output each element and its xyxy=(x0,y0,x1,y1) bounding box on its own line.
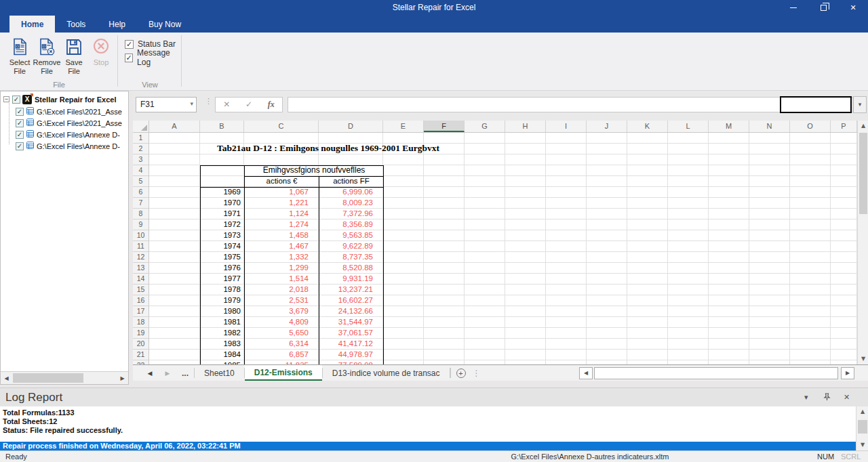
grid-cell-H4[interactable] xyxy=(505,165,546,176)
grid-cell-K12[interactable] xyxy=(627,252,668,263)
grid-cell-J13[interactable] xyxy=(587,263,627,274)
grid-cell-L19[interactable] xyxy=(668,328,709,339)
column-header-D[interactable]: D xyxy=(319,121,383,132)
grid-cell-E17[interactable] xyxy=(383,306,424,317)
grid-cell-J12[interactable] xyxy=(587,252,627,263)
grid-cell-L10[interactable] xyxy=(668,230,709,241)
grid-cell-A17[interactable] xyxy=(149,306,200,317)
grid-cell-E4[interactable] xyxy=(383,165,424,176)
grid-cell-F15[interactable] xyxy=(424,285,465,295)
grid-cell-B13[interactable]: 1976 xyxy=(200,263,244,274)
grid-cell-G4[interactable] xyxy=(465,165,505,176)
grid-cell-L11[interactable] xyxy=(668,241,709,252)
grid-cell-L18[interactable] xyxy=(668,317,709,328)
grid-cell-L7[interactable] xyxy=(668,198,709,209)
grid-cell-O11[interactable] xyxy=(790,241,831,252)
grid-cell-N15[interactable] xyxy=(749,285,790,295)
grid-cell-D6[interactable]: 6,999.06 xyxy=(319,187,383,198)
grid-cell-J3[interactable] xyxy=(587,154,627,165)
grid-cell-J11[interactable] xyxy=(587,241,627,252)
grid-cell-E21[interactable] xyxy=(383,350,424,360)
column-header-N[interactable]: N xyxy=(749,121,790,132)
grid-cell-C5[interactable] xyxy=(244,176,319,187)
grid-cell-L20[interactable] xyxy=(668,339,709,350)
row-header-1[interactable]: 1 xyxy=(133,133,149,144)
grid-cell-G18[interactable] xyxy=(465,317,505,328)
checkbox-checked-icon[interactable]: ✓ xyxy=(12,96,20,104)
grid-cell-G17[interactable] xyxy=(465,306,505,317)
grid-cell-M3[interactable] xyxy=(709,154,749,165)
tree-horizontal-scrollbar[interactable]: ◀ ▶ xyxy=(1,371,128,384)
grid-cell-M12[interactable] xyxy=(709,252,749,263)
grid-cell-F6[interactable] xyxy=(424,187,465,198)
column-header-K[interactable]: K xyxy=(627,121,668,132)
grid-cell-P12[interactable] xyxy=(831,252,857,263)
grid-cell-A12[interactable] xyxy=(149,252,200,263)
grid-cell-A3[interactable] xyxy=(149,154,200,165)
grid-cell-F8[interactable] xyxy=(424,209,465,219)
grid-cell-N2[interactable] xyxy=(749,144,790,154)
grid-cell-D3[interactable] xyxy=(319,154,383,165)
tree-file-item[interactable]: ✓G:\Excel Files\Annexe D- xyxy=(1,129,128,140)
grid-cell-J4[interactable] xyxy=(587,165,627,176)
sheet-more-button[interactable]: ... xyxy=(176,365,194,381)
collapse-icon[interactable]: − xyxy=(3,96,9,102)
grid-cell-J6[interactable] xyxy=(587,187,627,198)
grid-cell-M18[interactable] xyxy=(709,317,749,328)
grid-cell-E15[interactable] xyxy=(383,285,424,295)
grid-cell-K13[interactable] xyxy=(627,263,668,274)
grid-cell-N10[interactable] xyxy=(749,230,790,241)
grid-cell-E1[interactable] xyxy=(383,133,424,144)
grid-cell-N18[interactable] xyxy=(749,317,790,328)
grid-cell-F19[interactable] xyxy=(424,328,465,339)
grid-cell-C16[interactable]: 2,531 xyxy=(244,295,319,306)
scroll-left-icon[interactable]: ◀ xyxy=(579,367,593,379)
formula-bar-handle[interactable]: ⋮ xyxy=(205,99,212,103)
grid-cell-G21[interactable] xyxy=(465,350,505,360)
grid-cell-I1[interactable] xyxy=(546,133,587,144)
grid-cell-G1[interactable] xyxy=(465,133,505,144)
row-header-2[interactable]: 2 xyxy=(133,144,149,154)
grid-cell-H9[interactable] xyxy=(505,219,546,230)
row-header-13[interactable]: 13 xyxy=(133,263,149,274)
scrollbar-thumb[interactable] xyxy=(13,373,83,383)
grid-cell-L12[interactable] xyxy=(668,252,709,263)
save-file-button[interactable]: Save File xyxy=(60,37,88,76)
grid-cell-B10[interactable]: 1973 xyxy=(200,230,244,241)
grid-cell-D12[interactable]: 8,737.35 xyxy=(319,252,383,263)
grid-cell-D14[interactable]: 9,931.19 xyxy=(319,274,383,285)
grid-cell-E18[interactable] xyxy=(383,317,424,328)
grid-cell-K8[interactable] xyxy=(627,209,668,219)
grid-cell-D4[interactable] xyxy=(319,165,383,176)
checkbox-checked-icon[interactable]: ✓ xyxy=(16,131,24,139)
grid-cell-H5[interactable] xyxy=(505,176,546,187)
grid-cell-J7[interactable] xyxy=(587,198,627,209)
grid-cell-H20[interactable] xyxy=(505,339,546,350)
grid-cell-P8[interactable] xyxy=(831,209,857,219)
grid-cell-N19[interactable] xyxy=(749,328,790,339)
grid-cell-N21[interactable] xyxy=(749,350,790,360)
grid-cell-M4[interactable] xyxy=(709,165,749,176)
grid-cell-O1[interactable] xyxy=(790,133,831,144)
grid-cell-C3[interactable] xyxy=(244,154,319,165)
grid-cell-B5[interactable] xyxy=(200,176,244,187)
grid-cell-K1[interactable] xyxy=(627,133,668,144)
grid-cell-I16[interactable] xyxy=(546,295,587,306)
row-header-18[interactable]: 18 xyxy=(133,317,149,328)
sheet-nav-left-icon[interactable]: ◀ xyxy=(141,365,159,381)
grid-cell-K20[interactable] xyxy=(627,339,668,350)
edit-combo-box[interactable] xyxy=(780,96,852,113)
grid-cell-D10[interactable]: 9,563.85 xyxy=(319,230,383,241)
grid-cell-A4[interactable] xyxy=(149,165,200,176)
grid-cell-P17[interactable] xyxy=(831,306,857,317)
grid-cell-B2[interactable] xyxy=(200,144,244,154)
column-header-J[interactable]: J xyxy=(587,121,627,132)
grid-cell-A18[interactable] xyxy=(149,317,200,328)
grid-cell-M13[interactable] xyxy=(709,263,749,274)
grid-cell-J2[interactable] xyxy=(587,144,627,154)
column-header-H[interactable]: H xyxy=(505,121,546,132)
column-header-O[interactable]: O xyxy=(790,121,831,132)
grid-cell-E8[interactable] xyxy=(383,209,424,219)
grid-cell-H16[interactable] xyxy=(505,295,546,306)
cancel-icon[interactable]: ✕ xyxy=(216,98,238,112)
